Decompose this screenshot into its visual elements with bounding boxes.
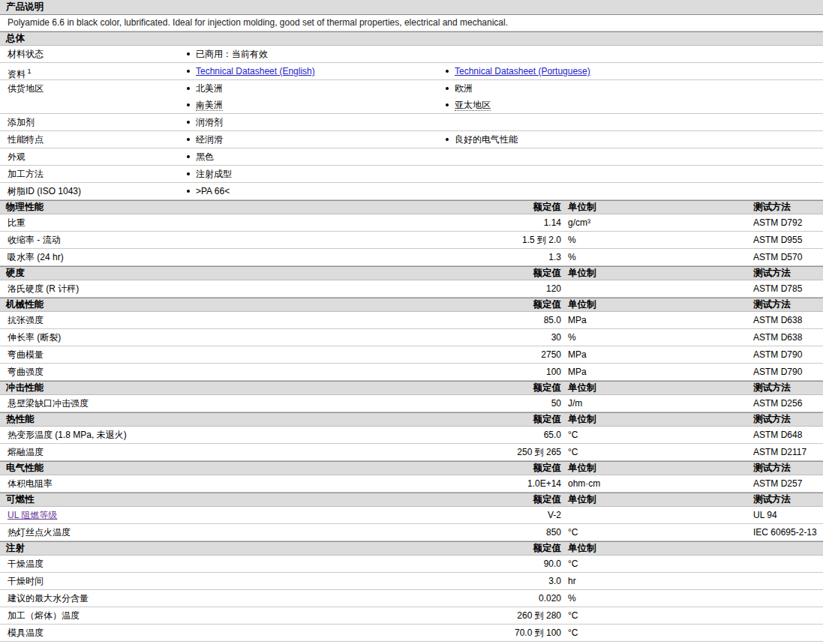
column-header-test: 测试方法 — [753, 201, 791, 214]
bullet-column-2 — [445, 183, 823, 199]
bullet-item: 黑色 — [186, 148, 445, 165]
property-unit: ohm·cm — [568, 475, 600, 492]
bullet-icon — [446, 87, 449, 90]
column-header-unit: 单位制 — [568, 542, 596, 555]
property-label: 收缩率 - 流动 — [8, 232, 61, 248]
property-unit: °C — [568, 625, 578, 641]
property-unit: hr — [568, 573, 576, 589]
property-row: 收缩率 - 流动1.5 到 2.0%ASTM D955 — [0, 232, 823, 249]
bullet-column-1: 黑色 — [186, 148, 445, 165]
general-rows: 材料状态已商用：当前有效资料 1Technical Datasheet (Eng… — [0, 46, 823, 200]
section-header: 电气性能额定值单位制测试方法 — [0, 461, 823, 475]
column-header-value: 额定值 — [450, 462, 561, 475]
property-value: 2750 — [450, 346, 561, 363]
property-value: 850 — [450, 524, 561, 541]
tooltip-term: 南美洲 — [196, 100, 223, 111]
property-value: 1.14 — [450, 214, 561, 231]
property-sections: 物理性能额定值单位制测试方法比重1.14g/cm³ASTM D792收缩率 - … — [0, 200, 823, 642]
datasheet-link[interactable]: Technical Datasheet (Portuguese) — [455, 66, 590, 76]
bullet-icon — [187, 172, 190, 175]
property-unit: J/m — [568, 395, 582, 412]
column-header-test: 测试方法 — [753, 462, 791, 475]
section-title: 物理性能 — [6, 201, 44, 214]
property-row: 抗张强度85.0MPaASTM D638 — [0, 312, 823, 329]
bullet-column-1: >PA 66< — [186, 183, 445, 199]
bullet-icon — [446, 103, 449, 106]
bullet-item[interactable]: Technical Datasheet (English) — [186, 63, 445, 79]
datasheet-link[interactable]: Technical Datasheet (English) — [196, 66, 315, 76]
column-header-value: 额定值 — [450, 542, 561, 555]
property-value: 65.0 — [450, 427, 561, 443]
property-value: 120 — [450, 280, 561, 297]
property-unit: MPa — [568, 312, 587, 328]
property-value: 85.0 — [450, 312, 561, 328]
section-title: 硬度 — [6, 267, 25, 280]
section-header: 物理性能额定值单位制测试方法 — [0, 200, 823, 214]
property-label: 热灯丝点火温度 — [8, 524, 71, 541]
section-title: 热性能 — [6, 413, 35, 426]
property-value: 1.5 到 2.0 — [450, 232, 561, 248]
product-description: Polyamide 6.6 in black color, lubrificat… — [0, 15, 823, 31]
bullet-item: 欧洲 — [445, 80, 823, 97]
property-unit: % — [568, 329, 576, 346]
bullet-column-2 — [445, 148, 823, 165]
general-row: 资料 1Technical Datasheet (English)Technic… — [0, 63, 823, 80]
property-label: 悬壁梁缺口冲击强度 — [8, 395, 89, 412]
bullet-column-1: 润滑剂 — [186, 114, 445, 130]
section-header: 冲击性能额定值单位制测试方法 — [0, 381, 823, 395]
property-label: 材料状态 — [0, 46, 186, 62]
test-method: ASTM D2117 — [753, 444, 806, 460]
bullet-column-1: 注射成型 — [186, 166, 445, 182]
bullet-item: 注射成型 — [186, 166, 445, 182]
bullet-column-2: Technical Datasheet (Portuguese) — [445, 63, 823, 79]
general-row: 外观黑色 — [0, 148, 823, 166]
column-header-test: 测试方法 — [753, 382, 791, 394]
test-method: ASTM D785 — [753, 280, 802, 297]
property-row: 热变形温度 (1.8 MPa, 未退火)65.0°CASTM D648 — [0, 427, 823, 444]
general-row: 添加剂润滑剂 — [0, 114, 823, 131]
column-header-unit: 单位制 — [568, 267, 596, 280]
bullet-text: >PA 66< — [196, 186, 230, 196]
column-header-value: 额定值 — [450, 267, 561, 280]
test-method: ASTM D955 — [753, 232, 802, 248]
property-label: 弯曲强度 — [8, 364, 44, 380]
property-row: 模具温度70.0 到 100°C — [0, 625, 823, 642]
bullet-icon — [187, 87, 190, 90]
column-header-value: 额定值 — [450, 493, 561, 506]
section-header-general: 总体 — [0, 31, 823, 46]
bullet-column-2: 良好的电气性能 — [445, 131, 823, 148]
page-title-bar: 产品说明 — [0, 0, 823, 15]
section-title: 冲击性能 — [6, 382, 44, 394]
test-method: ASTM D790 — [753, 346, 802, 363]
property-label: 添加剂 — [0, 114, 186, 130]
property-label: 建议的最大水分含量 — [8, 590, 89, 607]
bullet-icon — [187, 155, 190, 158]
column-header-unit: 单位制 — [568, 201, 596, 214]
property-label: 吸水率 (24 hr) — [8, 249, 64, 265]
property-label: 加工方法 — [0, 166, 186, 182]
column-header-unit: 单位制 — [568, 382, 596, 394]
property-value: 30 — [450, 329, 561, 346]
property-label: 体积电阻率 — [8, 475, 53, 492]
property-value: 250 到 265 — [450, 444, 561, 460]
property-label: 抗张强度 — [8, 312, 44, 328]
property-unit: % — [568, 232, 576, 248]
bullet-item[interactable]: Technical Datasheet (Portuguese) — [445, 63, 823, 79]
column-header-test: 测试方法 — [753, 298, 791, 311]
bullet-icon — [187, 121, 190, 124]
bullet-text: 经润滑 — [196, 134, 223, 145]
bullet-item: 润滑剂 — [186, 114, 445, 130]
bullet-item: 南美洲 — [186, 97, 445, 113]
property-value: 90.0 — [450, 556, 561, 572]
bullet-icon — [187, 103, 190, 106]
general-row: 加工方法注射成型 — [0, 166, 823, 183]
column-header-unit: 单位制 — [568, 462, 596, 475]
section-title: 机械性能 — [6, 298, 44, 311]
property-row: 吸水率 (24 hr)1.3%ASTM D570 — [0, 249, 823, 266]
property-label: 供货地区 — [0, 80, 186, 97]
section-header: 硬度额定值单位制测试方法 — [0, 266, 823, 280]
ul-flame-rating-link[interactable]: UL 阻燃等级 — [8, 507, 57, 523]
property-row: 体积电阻率1.0E+14ohm·cmASTM D257 — [0, 475, 823, 493]
column-header-value: 额定值 — [450, 413, 561, 426]
bullet-item: 北美洲 — [186, 80, 445, 97]
